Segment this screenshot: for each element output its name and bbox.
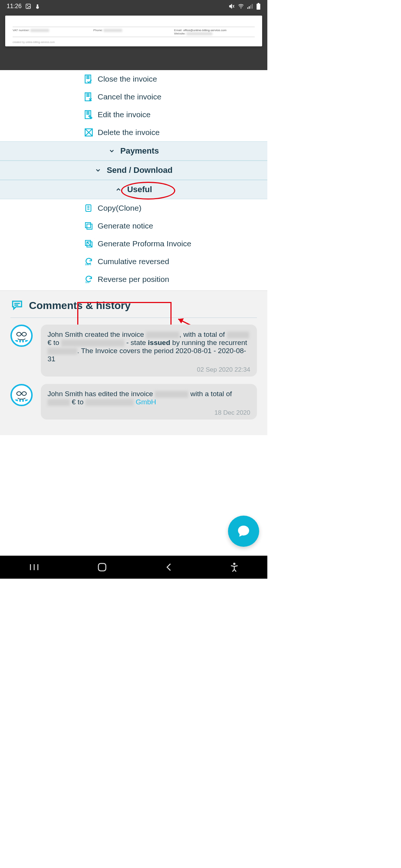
comment-text-2b: with a total of [188, 390, 232, 398]
comment-text-1a: John Smith created the invoice [48, 331, 146, 338]
svg-rect-35 [18, 400, 19, 403]
vat-value-redacted [30, 29, 49, 32]
accordion-useful[interactable]: Useful [0, 180, 267, 199]
svg-point-42 [233, 563, 235, 565]
vat-label: VAT number: [13, 29, 30, 32]
svg-rect-10 [257, 4, 260, 10]
svg-point-4 [241, 8, 241, 9]
svg-point-3 [36, 6, 39, 9]
generate-proforma-button[interactable]: Generate Proforma Invoice [0, 235, 267, 253]
copy-clone-button[interactable]: Copy(Clone) [0, 199, 267, 217]
close-invoice-icon [84, 74, 94, 84]
snowman-icon [35, 3, 40, 9]
header-preview-area: VAT number: Phone: Email: office@online-… [0, 13, 267, 70]
comment-text-2a: John Smith has edited the invoice [48, 390, 155, 398]
avatar [10, 325, 33, 347]
reverse-per-position-label: Reverse per position [98, 275, 169, 284]
email-label: Email: [174, 29, 182, 32]
invoice-footer: created by online-billing-service.com [13, 41, 255, 43]
back-button[interactable] [165, 562, 172, 572]
recent-apps-button[interactable] [29, 563, 39, 571]
accordion-payments[interactable]: Payments [0, 141, 267, 161]
svg-rect-36 [21, 400, 22, 403]
home-button[interactable] [97, 562, 107, 572]
cumulative-reversed-label: Cumulative reversed [98, 257, 169, 266]
comment-text-1e: by running the recurrent [170, 339, 247, 346]
comment-timestamp: 02 Sep 2020 22:34 [48, 366, 250, 374]
svg-rect-29 [18, 340, 19, 344]
comment-bubble: John Smith has edited the invoice with a… [41, 384, 257, 420]
android-nav-bar [0, 556, 267, 579]
svg-rect-17 [87, 224, 92, 229]
reverse-per-position-button[interactable]: 123 Reverse per position [0, 270, 267, 288]
proforma-icon [84, 239, 94, 249]
website-label: Website: [174, 32, 186, 35]
comments-section: Comments & history John Smith created th… [0, 290, 267, 435]
avatar [10, 384, 33, 406]
image-icon [25, 3, 31, 9]
close-invoice-label: Close the invoice [98, 75, 157, 83]
stack-icon [84, 221, 94, 231]
comment-text-1d: - state [124, 339, 148, 346]
cancel-invoice-icon [84, 92, 94, 102]
copy-clone-label: Copy(Clone) [98, 204, 141, 213]
redacted-link[interactable] [85, 399, 134, 406]
accordion-payments-label: Payments [120, 146, 159, 156]
accordion-send-download[interactable]: Send / Download [0, 161, 267, 180]
useful-actions: Copy(Clone) Generate notice Generate Pro… [0, 199, 267, 288]
cumulative-reversed-button[interactable]: 100% Cumulative reversed [0, 253, 267, 270]
redacted [146, 332, 179, 338]
edit-invoice-label: Edit the invoice [98, 110, 150, 119]
phone-label: Phone: [93, 29, 102, 32]
cancel-invoice-label: Cancel the invoice [98, 92, 162, 101]
chat-fab[interactable] [228, 516, 259, 547]
website-value-redacted [186, 32, 212, 35]
svg-rect-16 [85, 223, 91, 228]
redacted [227, 332, 249, 338]
comment-item: John Smith created the invoice , with a … [10, 325, 257, 377]
accessibility-button[interactable] [230, 562, 238, 572]
svg-rect-5 [247, 7, 248, 9]
comment-timestamp: 18 Dec 2020 [48, 409, 250, 417]
svg-rect-7 [250, 5, 251, 9]
cancel-invoice-button[interactable]: Cancel the invoice [0, 88, 267, 106]
invoice-actions: Close the invoice Cancel the invoice Edi… [0, 70, 267, 141]
close-invoice-button[interactable]: Close the invoice [0, 70, 267, 88]
invoice-preview[interactable]: VAT number: Phone: Email: office@online-… [5, 16, 262, 46]
reverse-123-icon: 123 [84, 274, 94, 285]
edit-invoice-button[interactable]: Edit the invoice [0, 106, 267, 124]
comment-text-1c: € to [48, 339, 61, 346]
copy-icon [84, 203, 94, 213]
battery-icon [256, 3, 261, 10]
comment-state: issued [148, 339, 170, 346]
comments-icon [10, 299, 24, 312]
redacted [48, 399, 70, 406]
phone-value-redacted [104, 29, 122, 32]
edit-invoice-icon [84, 109, 94, 120]
comment-text-1f: . The Invoice covers the period 2020-08-… [48, 347, 246, 363]
delete-invoice-button[interactable]: Delete the invoice [0, 124, 267, 141]
svg-point-1 [27, 5, 28, 6]
reverse-100-icon: 100% [84, 256, 94, 267]
generate-proforma-label: Generate Proforma Invoice [98, 239, 191, 248]
redacted-link[interactable] [61, 340, 124, 346]
redacted-link[interactable] [48, 348, 77, 355]
svg-point-2 [37, 4, 39, 6]
comments-title: Comments & history [29, 300, 131, 312]
comment-link[interactable]: GmbH [136, 398, 156, 406]
status-time: 11:26 [7, 3, 22, 10]
wifi-icon [238, 3, 244, 9]
status-bar: 11:26 [0, 0, 267, 13]
generate-notice-button[interactable]: Generate notice [0, 217, 267, 235]
svg-rect-41 [98, 563, 106, 571]
svg-rect-8 [252, 4, 252, 9]
chevron-down-icon [108, 148, 115, 154]
redacted [155, 391, 188, 398]
svg-text:123: 123 [85, 281, 89, 283]
signal-icon [247, 4, 253, 9]
comment-text-1b: , with a total of [179, 331, 227, 338]
accordion-useful-label: Useful [127, 185, 152, 194]
svg-rect-37 [24, 400, 25, 403]
svg-text:100%: 100% [85, 263, 91, 266]
accordion-send-download-label: Send / Download [107, 165, 172, 175]
